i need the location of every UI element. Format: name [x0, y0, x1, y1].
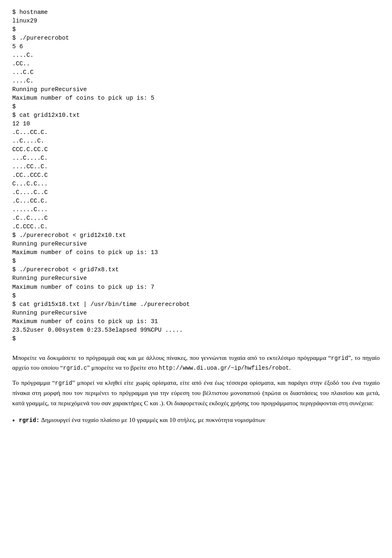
- paragraph-1: Μπορείτε να δοκιμάσετε το πρόγραμμά σας …: [12, 353, 380, 373]
- bullet-list: • rgrid: Δημιουργεί ένα τυχαίο πλαίσιο μ…: [12, 415, 380, 427]
- bullet-dot: •: [12, 415, 15, 427]
- prose-section: Μπορείτε να δοκιμάσετε το πρόγραμμά σας …: [12, 353, 380, 427]
- term-rgrid: rgrid:: [19, 417, 39, 424]
- bullet-item-rgrid: • rgrid: Δημιουργεί ένα τυχαίο πλαίσιο μ…: [12, 415, 380, 427]
- paragraph-2: Το πρόγραμμα “rgrid” μπορεί να κληθεί εί…: [12, 378, 380, 408]
- bullet-text: rgrid: Δημιουργεί ένα τυχαίο πλαίσιο με …: [19, 415, 265, 425]
- terminal-output: $ hostname linux29 $ $ ./purerecrobot 5 …: [12, 8, 380, 343]
